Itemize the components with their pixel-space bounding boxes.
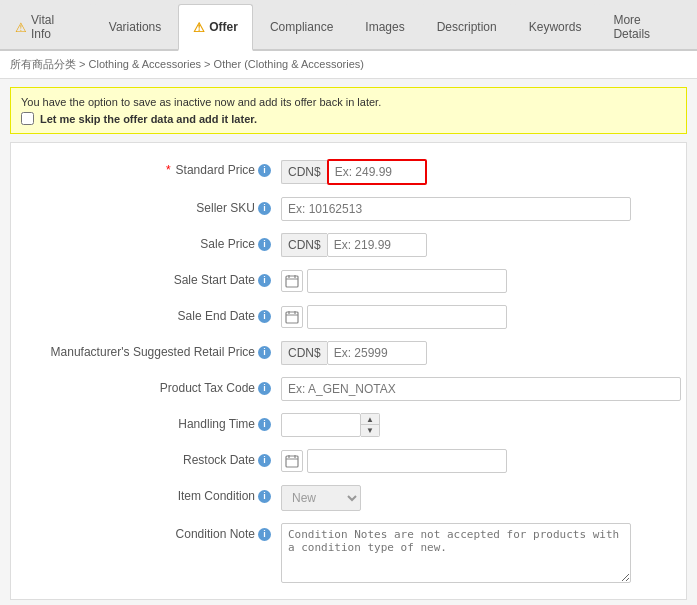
seller-sku-row: Seller SKU i bbox=[11, 191, 686, 227]
restock-date-label: Restock Date i bbox=[21, 449, 281, 467]
sale-start-date-cal-icon[interactable] bbox=[281, 270, 303, 292]
tab-variations[interactable]: Variations bbox=[94, 4, 176, 49]
sale-start-date-input[interactable] bbox=[307, 269, 507, 293]
condition-note-textarea[interactable] bbox=[281, 523, 631, 583]
sale-start-date-row: Sale Start Date i bbox=[11, 263, 686, 299]
product-tax-code-label: Product Tax Code i bbox=[21, 377, 281, 395]
handling-time-row: Handling Time i ▲ ▼ bbox=[11, 407, 686, 443]
msrp-currency: CDN$ bbox=[281, 341, 327, 365]
sale-price-info-icon[interactable]: i bbox=[258, 238, 271, 251]
standard-price-info-icon[interactable]: i bbox=[258, 164, 271, 177]
handling-time-spinner-buttons: ▲ ▼ bbox=[361, 413, 380, 437]
standard-price-input-group: CDN$ bbox=[281, 159, 427, 185]
sale-end-date-cal-icon[interactable] bbox=[281, 306, 303, 328]
handling-time-label: Handling Time i bbox=[21, 413, 281, 431]
standard-price-input[interactable] bbox=[327, 159, 427, 185]
tab-description[interactable]: Description bbox=[422, 4, 512, 49]
svg-rect-4 bbox=[286, 312, 298, 323]
restock-date-input[interactable] bbox=[307, 449, 507, 473]
standard-price-currency: CDN$ bbox=[281, 160, 327, 184]
restock-date-row: Restock Date i bbox=[11, 443, 686, 479]
sale-price-row: Sale Price i CDN$ bbox=[11, 227, 686, 263]
product-tax-code-row: Product Tax Code i bbox=[11, 371, 686, 407]
svg-rect-8 bbox=[286, 456, 298, 467]
offer-form: * Standard Price i CDN$ Seller SKU i Sal… bbox=[10, 142, 687, 600]
sale-start-date-label: Sale Start Date i bbox=[21, 269, 281, 287]
standard-price-label: * Standard Price i bbox=[21, 159, 281, 177]
msrp-label: Manufacturer's Suggested Retail Price i bbox=[21, 341, 281, 359]
seller-sku-info-icon[interactable]: i bbox=[258, 202, 271, 215]
svg-rect-0 bbox=[286, 276, 298, 287]
skip-offer-checkbox[interactable] bbox=[21, 112, 34, 125]
msrp-input[interactable] bbox=[327, 341, 427, 365]
notice-text: You have the option to save as inactive … bbox=[21, 96, 676, 108]
item-condition-select[interactable]: New Used Refurbished Collectible bbox=[281, 485, 361, 511]
tab-more-details[interactable]: More Details bbox=[598, 4, 695, 49]
warn-icon: ⚠ bbox=[15, 20, 27, 35]
tab-keywords[interactable]: Keywords bbox=[514, 4, 597, 49]
tab-images[interactable]: Images bbox=[350, 4, 419, 49]
msrp-row: Manufacturer's Suggested Retail Price i … bbox=[11, 335, 686, 371]
skip-offer-label: Let me skip the offer data and add it la… bbox=[40, 113, 257, 125]
restock-date-cal-icon[interactable] bbox=[281, 450, 303, 472]
sale-end-date-input[interactable] bbox=[307, 305, 507, 329]
handling-time-spinner: ▲ ▼ bbox=[281, 413, 380, 437]
sale-end-date-label: Sale End Date i bbox=[21, 305, 281, 323]
sale-price-input-group: CDN$ bbox=[281, 233, 427, 257]
tab-offer[interactable]: ⚠ Offer bbox=[178, 4, 253, 51]
tab-vital-info[interactable]: ⚠ Vital Info bbox=[0, 4, 92, 49]
seller-sku-input[interactable] bbox=[281, 197, 631, 221]
sale-end-date-row: Sale End Date i bbox=[11, 299, 686, 335]
condition-note-info-icon[interactable]: i bbox=[258, 528, 271, 541]
item-condition-row: Item Condition i New Used Refurbished Co… bbox=[11, 479, 686, 517]
notice-box: You have the option to save as inactive … bbox=[10, 87, 687, 134]
condition-note-row: Condition Note i bbox=[11, 517, 686, 589]
skip-offer-row: Let me skip the offer data and add it la… bbox=[21, 112, 676, 125]
restock-date-info-icon[interactable]: i bbox=[258, 454, 271, 467]
handling-time-info-icon[interactable]: i bbox=[258, 418, 271, 431]
msrp-input-group: CDN$ bbox=[281, 341, 427, 365]
product-tax-code-input[interactable] bbox=[281, 377, 681, 401]
sale-price-input[interactable] bbox=[327, 233, 427, 257]
warn-icon-offer: ⚠ bbox=[193, 20, 205, 35]
tab-bar: ⚠ Vital Info Variations ⚠ Offer Complian… bbox=[0, 0, 697, 51]
sale-start-date-info-icon[interactable]: i bbox=[258, 274, 271, 287]
seller-sku-label: Seller SKU i bbox=[21, 197, 281, 215]
handling-time-decrement[interactable]: ▼ bbox=[361, 425, 379, 436]
msrp-info-icon[interactable]: i bbox=[258, 346, 271, 359]
handling-time-input[interactable] bbox=[281, 413, 361, 437]
item-condition-label: Item Condition i bbox=[21, 485, 281, 503]
product-tax-code-info-icon[interactable]: i bbox=[258, 382, 271, 395]
tab-compliance[interactable]: Compliance bbox=[255, 4, 348, 49]
sale-price-label: Sale Price i bbox=[21, 233, 281, 251]
sale-end-date-info-icon[interactable]: i bbox=[258, 310, 271, 323]
sale-price-currency: CDN$ bbox=[281, 233, 327, 257]
item-condition-info-icon[interactable]: i bbox=[258, 490, 271, 503]
breadcrumb: 所有商品分类 > Clothing & Accessories > Other … bbox=[0, 51, 697, 79]
standard-price-row: * Standard Price i CDN$ bbox=[11, 153, 686, 191]
condition-note-label: Condition Note i bbox=[21, 523, 281, 541]
handling-time-increment[interactable]: ▲ bbox=[361, 414, 379, 425]
